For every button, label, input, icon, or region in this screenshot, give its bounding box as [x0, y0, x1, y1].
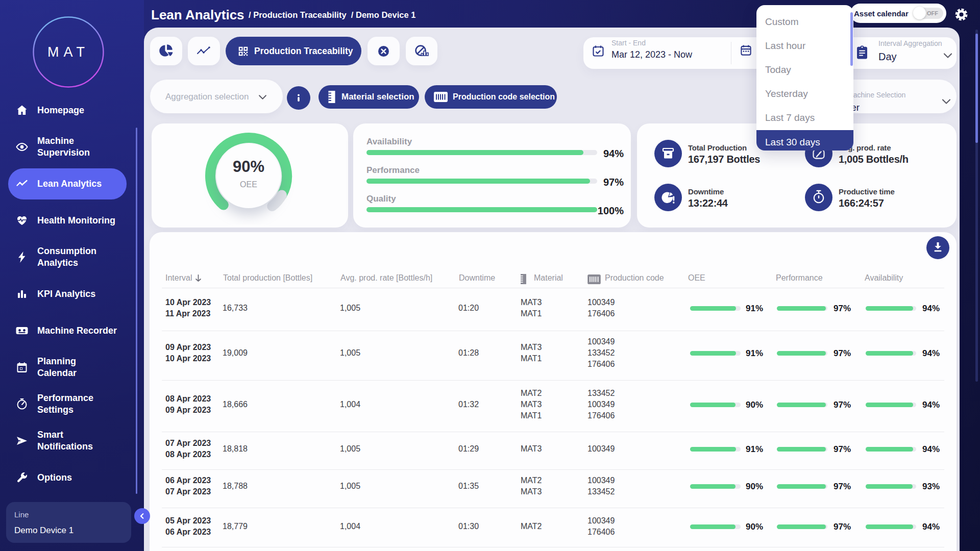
svg-text:MAT: MAT [47, 44, 89, 60]
svg-text:90%: 90% [233, 158, 264, 176]
svg-text:OEE: OEE [240, 180, 257, 189]
